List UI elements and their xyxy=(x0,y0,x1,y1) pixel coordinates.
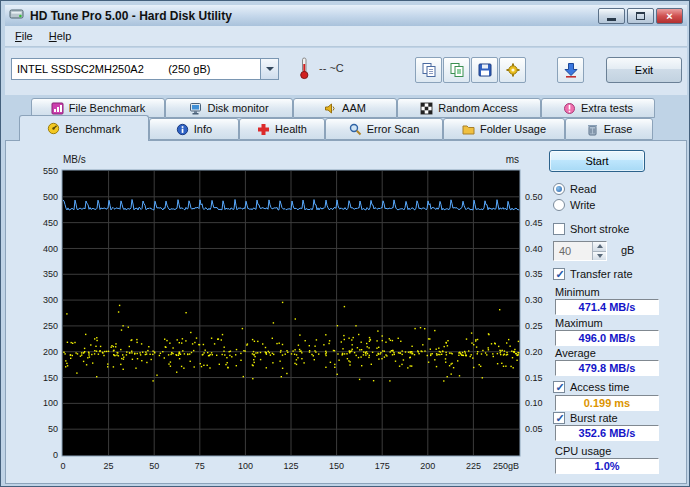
svg-text:500: 500 xyxy=(43,192,58,202)
access-time-checkbox[interactable]: Access time xyxy=(553,381,629,393)
tab-label: Folder Usage xyxy=(480,123,546,135)
tab-folder-usage[interactable]: Folder Usage xyxy=(443,118,565,140)
short-stroke-checkbox[interactable]: Short stroke xyxy=(553,223,629,235)
copy-text-button[interactable] xyxy=(415,57,442,83)
svg-text:0.40: 0.40 xyxy=(525,244,543,254)
extra-tests-icon xyxy=(563,102,576,115)
svg-text:150: 150 xyxy=(43,373,58,383)
svg-text:350: 350 xyxy=(43,269,58,279)
svg-text:25: 25 xyxy=(104,461,114,471)
tab-label: AAM xyxy=(342,102,366,114)
svg-text:0.30: 0.30 xyxy=(525,295,543,305)
copy-image-button[interactable] xyxy=(443,57,470,83)
svg-text:0.05: 0.05 xyxy=(525,424,543,434)
write-radio-label: Write xyxy=(570,199,595,211)
close-button[interactable]: × xyxy=(656,8,683,24)
read-radio-label: Read xyxy=(570,183,596,195)
folder-usage-icon xyxy=(462,123,475,136)
tab-label: Error Scan xyxy=(367,123,420,135)
options-button[interactable] xyxy=(499,57,526,83)
radio-icon xyxy=(553,183,565,195)
svg-text:MB/s: MB/s xyxy=(63,154,86,165)
start-button[interactable]: Start xyxy=(549,150,645,172)
checkbox-icon xyxy=(553,412,565,424)
info-icon xyxy=(176,123,189,136)
tab-label: Extra tests xyxy=(581,102,633,114)
tab-label: Disk monitor xyxy=(207,102,268,114)
svg-text:50: 50 xyxy=(149,461,159,471)
burst-rate-value: 352.6 MB/s xyxy=(555,425,659,441)
tab-random-access[interactable]: Random Access xyxy=(397,98,541,118)
svg-text:250gB: 250gB xyxy=(493,461,519,471)
spinner-down-button[interactable] xyxy=(593,251,606,261)
maximize-icon xyxy=(636,12,645,20)
window-title: HD Tune Pro 5.00 - Hard Disk Utility xyxy=(30,9,598,23)
error-scan-magnifier-icon xyxy=(349,123,362,136)
short-stroke-value: 40 xyxy=(554,242,592,260)
menu-help[interactable]: Help xyxy=(41,27,80,45)
checkbox-icon xyxy=(553,223,565,235)
short-stroke-spinner[interactable]: 40 xyxy=(553,241,607,261)
access-time-value: 0.199 ms xyxy=(555,395,659,411)
average-value: 479.8 MB/s xyxy=(555,360,659,376)
write-radio[interactable]: Write xyxy=(553,199,595,211)
svg-text:400: 400 xyxy=(43,244,58,254)
read-radio[interactable]: Read xyxy=(553,183,596,195)
svg-text:0: 0 xyxy=(60,461,65,471)
checkbox-icon xyxy=(553,268,565,280)
temperature-value: -- ~C xyxy=(319,62,344,74)
svg-text:100: 100 xyxy=(238,461,253,471)
minimize-button[interactable] xyxy=(598,8,625,24)
svg-text:0.50: 0.50 xyxy=(525,192,543,202)
svg-text:0.45: 0.45 xyxy=(525,218,543,228)
tab-info[interactable]: Info xyxy=(149,118,239,140)
toolbar: INTEL SSDSC2MH250A2 (250 gB) -- ~C Exit xyxy=(5,48,687,95)
maximize-button[interactable] xyxy=(627,8,654,24)
save-button[interactable] xyxy=(471,57,498,83)
titlebar: HD Tune Pro 5.00 - Hard Disk Utility × xyxy=(5,5,687,26)
svg-text:0.35: 0.35 xyxy=(525,269,543,279)
app-window: HD Tune Pro 5.00 - Hard Disk Utility × F… xyxy=(0,0,690,487)
svg-text:200: 200 xyxy=(420,461,435,471)
svg-text:300: 300 xyxy=(43,295,58,305)
svg-text:75: 75 xyxy=(195,461,205,471)
drive-select[interactable]: INTEL SSDSC2MH250A2 (250 gB) xyxy=(11,58,279,80)
tab-label: Health xyxy=(275,123,307,135)
tab-label: Random Access xyxy=(438,102,517,114)
copy-image-icon xyxy=(449,62,465,78)
svg-text:0: 0 xyxy=(53,450,58,460)
tab-aam[interactable]: AAM xyxy=(293,98,397,118)
maximum-value: 496.0 MB/s xyxy=(555,330,659,346)
tab-label: Erase xyxy=(604,123,633,135)
svg-text:0.15: 0.15 xyxy=(525,373,543,383)
tab-label: Info xyxy=(194,123,212,135)
copy-text-icon xyxy=(421,62,437,78)
maximum-label: Maximum xyxy=(555,317,603,329)
chevron-down-icon[interactable] xyxy=(260,59,278,79)
minimum-value: 471.4 MB/s xyxy=(555,299,659,315)
svg-text:0.20: 0.20 xyxy=(525,347,543,357)
svg-text:175: 175 xyxy=(375,461,390,471)
tab-health[interactable]: Health xyxy=(239,118,325,140)
tab-erase[interactable]: Erase xyxy=(565,118,653,140)
transfer-rate-checkbox[interactable]: Transfer rate xyxy=(553,268,633,280)
save-screenshot-button[interactable] xyxy=(557,57,584,83)
burst-rate-checkbox[interactable]: Burst rate xyxy=(553,412,618,424)
erase-trash-icon xyxy=(586,123,599,136)
menu-file[interactable]: File xyxy=(7,27,41,45)
svg-text:550: 550 xyxy=(43,166,58,176)
save-floppy-icon xyxy=(477,62,493,78)
transfer-rate-label: Transfer rate xyxy=(570,268,633,280)
minimum-label: Minimum xyxy=(555,286,600,298)
svg-text:450: 450 xyxy=(43,218,58,228)
tab-disk-monitor[interactable]: Disk monitor xyxy=(165,98,293,118)
tab-error-scan[interactable]: Error Scan xyxy=(325,118,443,140)
spinner-up-button[interactable] xyxy=(593,242,606,251)
short-stroke-label: Short stroke xyxy=(570,223,629,235)
tab-benchmark[interactable]: Benchmark xyxy=(19,115,149,141)
benchmark-chart: 0501001502002503003504004505005500.050.1… xyxy=(8,147,553,481)
svg-text:250: 250 xyxy=(43,321,58,331)
exit-button[interactable]: Exit xyxy=(606,57,682,83)
disk-monitor-icon xyxy=(189,102,202,115)
tab-extra-tests[interactable]: Extra tests xyxy=(541,98,655,118)
